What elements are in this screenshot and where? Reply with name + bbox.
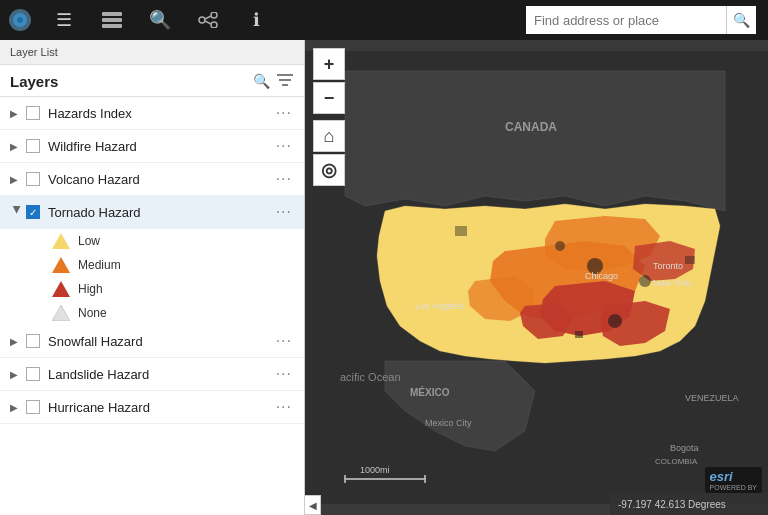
layer-panel: Layer List Layers 🔍 ▶ Hazards Index ··· … [0, 40, 305, 515]
search-button[interactable]: 🔍 [136, 0, 184, 40]
list-item[interactable]: ▶ Volcano Hazard ··· [0, 163, 304, 196]
svg-rect-26 [575, 331, 583, 338]
layer-more-button[interactable]: ··· [274, 137, 294, 155]
layer-name: Hurricane Hazard [48, 400, 274, 415]
layer-checkbox[interactable] [26, 367, 40, 381]
svg-marker-14 [52, 233, 70, 249]
map-bottom-bar: -97.197 42.613 Degrees E, Garmin, EPA | … [610, 493, 768, 515]
list-item[interactable]: ▶ Landslide Hazard ··· [0, 358, 304, 391]
svg-text:Chicago: Chicago [585, 271, 618, 281]
svg-marker-15 [52, 257, 70, 273]
svg-text:New York: New York [653, 278, 692, 288]
layers-filter-icon[interactable] [276, 73, 294, 90]
layer-name: Wildfire Hazard [48, 139, 274, 154]
svg-text:Bogota: Bogota [670, 443, 699, 453]
svg-text:CANADA: CANADA [505, 120, 557, 134]
expand-arrow: ▶ [10, 336, 24, 347]
svg-marker-17 [52, 305, 70, 321]
svg-point-6 [199, 17, 205, 23]
svg-text:1000mi: 1000mi [360, 465, 390, 475]
layer-checkbox[interactable]: ✓ [26, 205, 40, 219]
locate-button[interactable]: ◎ [313, 154, 345, 186]
list-item[interactable]: ▶ Snowfall Hazard ··· [0, 325, 304, 358]
svg-text:Los Angeles: Los Angeles [415, 301, 465, 311]
svg-text:VENEZUELA: VENEZUELA [685, 393, 739, 403]
search-submit-button[interactable]: 🔍 [726, 6, 756, 34]
map-area: acific Ocean CANADA Toronto New York Chi… [305, 40, 768, 515]
share-button[interactable] [184, 0, 232, 40]
layer-checkbox[interactable] [26, 400, 40, 414]
svg-rect-4 [102, 18, 122, 22]
toolbar: ☰ 🔍 ℹ 🔍 [0, 0, 768, 40]
layer-more-button[interactable]: ··· [274, 365, 294, 383]
layers-header: Layers 🔍 [0, 65, 304, 97]
layer-name: Tornado Hazard [48, 205, 274, 220]
svg-text:COLOMBIA: COLOMBIA [655, 457, 698, 466]
svg-point-8 [211, 22, 217, 28]
legend-label: None [78, 306, 107, 320]
layer-more-button[interactable]: ··· [274, 332, 294, 350]
layers-title: Layers [10, 73, 58, 90]
svg-rect-5 [102, 24, 122, 28]
svg-point-7 [211, 12, 217, 18]
layers-actions: 🔍 [253, 73, 294, 90]
info-button[interactable]: ℹ [232, 0, 280, 40]
expand-arrow: ▶ [10, 174, 24, 185]
home-button[interactable]: ⌂ [313, 120, 345, 152]
svg-point-22 [555, 241, 565, 251]
layers-button[interactable] [88, 0, 136, 40]
menu-button[interactable]: ☰ [40, 0, 88, 40]
map-controls: + − ⌂ ◎ [313, 48, 345, 186]
app-logo [0, 0, 40, 40]
layers-search-icon[interactable]: 🔍 [253, 73, 270, 90]
layer-name: Landslide Hazard [48, 367, 274, 382]
svg-point-2 [17, 17, 23, 23]
expand-arrow: ▶ [10, 369, 24, 380]
layer-checkbox[interactable] [26, 334, 40, 348]
zoom-out-button[interactable]: − [313, 82, 345, 114]
svg-line-9 [205, 16, 211, 19]
search-bar: 🔍 [526, 6, 756, 34]
layer-more-button[interactable]: ··· [274, 203, 294, 221]
layer-more-button[interactable]: ··· [274, 104, 294, 122]
layer-name: Snowfall Hazard [48, 334, 274, 349]
layer-checkbox[interactable] [26, 172, 40, 186]
panel-collapse-button[interactable]: ◀ [305, 495, 321, 515]
svg-point-23 [608, 314, 622, 328]
svg-line-10 [205, 21, 211, 24]
search-input[interactable] [526, 6, 726, 34]
svg-text:MÉXICO: MÉXICO [410, 386, 450, 398]
svg-rect-3 [102, 12, 122, 16]
legend-label: Low [78, 234, 100, 248]
layer-more-button[interactable]: ··· [274, 170, 294, 188]
legend-item-medium: Medium [0, 253, 304, 277]
svg-text:acific Ocean: acific Ocean [340, 371, 401, 383]
coordinates-display: -97.197 42.613 Degrees [610, 499, 768, 510]
expand-arrow: ▶ [12, 205, 23, 219]
panel-header: Layer List [0, 40, 304, 65]
list-item[interactable]: ▶ ✓ Tornado Hazard ··· [0, 196, 304, 229]
list-item[interactable]: ▶ Wildfire Hazard ··· [0, 130, 304, 163]
layer-checkbox[interactable] [26, 139, 40, 153]
expand-arrow: ▶ [10, 141, 24, 152]
layer-list: ▶ Hazards Index ··· ▶ Wildfire Hazard ··… [0, 97, 304, 515]
expand-arrow: ▶ [10, 108, 24, 119]
panel-header-label: Layer List [10, 46, 58, 58]
layer-checkbox[interactable] [26, 106, 40, 120]
map-svg: acific Ocean CANADA Toronto New York Chi… [305, 40, 768, 515]
list-item[interactable]: ▶ Hazards Index ··· [0, 97, 304, 130]
svg-text:Toronto: Toronto [653, 261, 683, 271]
layer-name: Volcano Hazard [48, 172, 274, 187]
zoom-in-button[interactable]: + [313, 48, 345, 80]
list-item[interactable]: ▶ Hurricane Hazard ··· [0, 391, 304, 424]
legend-label: Medium [78, 258, 121, 272]
legend-label: High [78, 282, 103, 296]
layer-name: Hazards Index [48, 106, 274, 121]
svg-point-21 [639, 275, 651, 287]
svg-rect-25 [685, 256, 695, 264]
svg-rect-24 [455, 226, 467, 236]
svg-text:Mexico City: Mexico City [425, 418, 472, 428]
layer-more-button[interactable]: ··· [274, 398, 294, 416]
legend-item-high: High [0, 277, 304, 301]
expand-arrow: ▶ [10, 402, 24, 413]
